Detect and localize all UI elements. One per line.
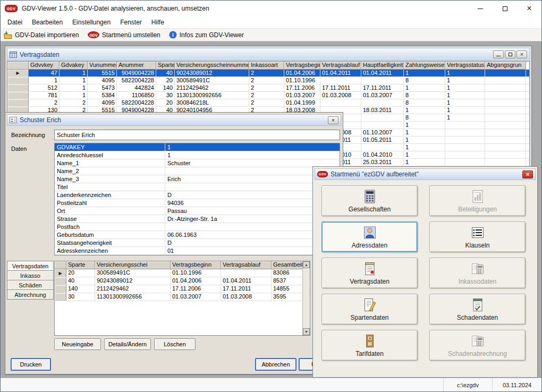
table-row[interactable]: 224095582200422820300846218L201.04.19998… (7, 99, 529, 107)
toolbar-startmen-umstellen[interactable]: GDVStartmenü umstellen (88, 31, 160, 39)
column-header-zahlungsweise[interactable]: Zahlungsweise (404, 62, 445, 70)
scroll-down-icon[interactable]: ▼ (303, 328, 310, 335)
row-selector[interactable] (55, 277, 66, 285)
startmenu-button-vertragsdaten[interactable]: Vertragsdaten (321, 258, 418, 288)
column-header-vertragsbegin[interactable]: Vertragsbegin (284, 62, 320, 70)
table-row[interactable]: 409024308901201.04.200601.04.20118537 (55, 277, 310, 285)
column-header-sparte[interactable]: Sparte (156, 62, 175, 70)
property-row[interactable]: Postleitzahl94036 (55, 199, 340, 207)
child-minimize-button[interactable] (493, 50, 504, 58)
menu-einstellungen[interactable]: Einstellungen (67, 17, 115, 28)
cell: 01.04.2011 (320, 70, 361, 76)
menu-datei[interactable]: Datei (3, 17, 27, 28)
row-selector[interactable]: ▶ (55, 269, 66, 277)
toolbar-infos-zum-gdv-viewer[interactable]: iInfos zum GDV-Viewer (169, 31, 244, 39)
close-button[interactable]: × (517, 1, 541, 16)
tab-inkasso[interactable]: Inkasso (7, 270, 54, 280)
column-header-abgangsgrun[interactable]: Abgangsgrun (485, 62, 526, 70)
minimize-button[interactable] (468, 1, 493, 16)
column-header-gdvakey[interactable]: Gdvakey (60, 62, 88, 70)
property-row[interactable]: StrasseDr.-Atzinger-Str. 1a (55, 215, 340, 223)
row-selector[interactable] (55, 285, 66, 293)
property-row[interactable]: Titel (55, 183, 340, 191)
table-row[interactable]: ▶471551590490042284090243089012201.04.20… (7, 70, 529, 77)
column-header-vertragsablauf[interactable]: Vertragsablauf (221, 261, 272, 269)
tab-abrechnung[interactable]: Abrechnung (7, 289, 54, 300)
startmenu-button-adressdaten[interactable]: Adressdaten (321, 221, 418, 252)
cell (445, 151, 485, 158)
tab-sch-den[interactable]: Schäden (7, 280, 54, 290)
menu-fenster[interactable]: Fenster (115, 17, 147, 28)
statusbar-main-panel (1, 378, 444, 391)
property-row[interactable]: Geburtsdatum06.06.1963 (55, 231, 340, 239)
column-header-anummer[interactable]: Anummer (117, 62, 156, 70)
column-header-vertragsablauf[interactable]: Vertragsablauf (320, 62, 361, 70)
column-header-versicherungsschei[interactable]: Versicherungsschei (95, 261, 171, 269)
cell: 8 (404, 99, 445, 106)
person-card-icon (10, 116, 17, 124)
table-row[interactable]: 140211242946217.11.200617.11.201114855 (55, 285, 310, 293)
property-row[interactable]: GDVAKEY1 (55, 143, 340, 151)
row-selector[interactable]: ▶ (7, 70, 29, 76)
child-close-button[interactable]: × (328, 116, 338, 124)
child-restore-button[interactable] (505, 50, 515, 58)
drucken-button[interactable]: Drucken (11, 358, 51, 371)
table-row[interactable]: 301130130099265601.03.200701.03.20083595 (55, 293, 310, 301)
adressdaten-detail-window: Schuster Erich × Bezeichnung Schuster Er… (5, 112, 343, 374)
details-aendern-button[interactable]: Details/Ändern (104, 338, 151, 350)
neueingabe-button[interactable]: Neueingabe (54, 338, 101, 350)
table-row[interactable]: 7811538411068503011301300992656201.03.20… (7, 92, 529, 99)
table-row[interactable]: 114095582200422820300589491C201.10.19968… (7, 77, 529, 84)
property-row[interactable]: Anredeschluessel1 (55, 151, 340, 159)
row-selector[interactable] (7, 77, 29, 84)
vertragsdaten-titlebar[interactable]: Vertragsdaten × (7, 48, 530, 61)
column-header-sparte[interactable]: Sparte (66, 261, 95, 269)
abbrechen-button[interactable]: Abbrechen (255, 358, 297, 371)
column-header-gdvvkey[interactable]: Gdvvkey (29, 62, 60, 70)
property-row[interactable]: Name_1Schuster (55, 159, 340, 167)
cell: 1 (445, 70, 485, 76)
startmenu-button-tarifdaten[interactable]: Tarifdaten (321, 330, 418, 361)
property-row[interactable]: LaenderkennzeichenD (55, 191, 340, 199)
table-row[interactable]: ▶20300589491C01.10.199683086 (55, 269, 310, 277)
row-selector[interactable] (55, 293, 66, 301)
row-selector[interactable] (7, 84, 29, 91)
menu-bearbeiten[interactable]: Bearbeiten (27, 17, 67, 28)
row-selector[interactable] (7, 92, 29, 99)
property-row[interactable]: OrtPassau (55, 207, 340, 215)
startmenu-button-klauseln[interactable]: Klauseln (429, 221, 526, 252)
child-close-button[interactable]: × (516, 50, 527, 58)
statusbar: c:\ezgdv 03.11.2024 (1, 378, 541, 391)
loeschen-button[interactable]: Löschen (154, 338, 196, 350)
property-row[interactable]: Name_2 (55, 167, 340, 175)
row-selector[interactable] (7, 99, 29, 106)
startmenu-titlebar[interactable]: GDV Startmenü "ezGDV aufbereitet" × (315, 168, 536, 180)
toolbar-gdv-datei-importieren[interactable]: GDV-Datei importieren (4, 31, 79, 39)
maximize-button[interactable] (493, 1, 517, 16)
svg-text:i: i (172, 32, 174, 38)
column-header-hauptfaelligkeit[interactable]: Hauptfaelligkeit (361, 62, 404, 70)
bezeichnung-input[interactable]: Schuster Erich (54, 130, 340, 140)
property-row[interactable]: StaatsangehoerigkeitD (55, 239, 340, 247)
startmenu-button-gesellschaften[interactable]: Gesellschaften (321, 185, 418, 216)
startmenu-button-spartendaten[interactable]: Spartendaten (321, 294, 418, 325)
property-row[interactable]: Adresskennzeichen01 (55, 247, 340, 255)
menu-hilfe[interactable]: Hilfe (147, 17, 169, 28)
property-name: GDVAKEY (55, 143, 165, 151)
subgrid-scrollbar[interactable]: ▲ ▼ (302, 261, 310, 335)
column-header-vertragsstatus[interactable]: Vertragsstatus (445, 62, 485, 70)
adressdaten-titlebar[interactable]: Schuster Erich × (7, 114, 341, 126)
startmenu-button-schadendaten[interactable]: Schadendaten (429, 294, 526, 325)
column-header-vunummer[interactable]: Vunummer (88, 62, 117, 70)
child-close-button[interactable]: × (522, 171, 533, 178)
tab-vertragsdaten[interactable]: Vertragsdaten (7, 261, 54, 271)
column-header-versicherungsscheinnummer[interactable]: Versicherungsscheinnummer (175, 62, 249, 70)
property-row[interactable]: Name_3Erich (55, 175, 340, 183)
column-header-gesamtbeitra[interactable]: Gesamtbeitra (272, 261, 303, 269)
column-header-inkassoart[interactable]: Inkassoart (249, 62, 284, 70)
property-row[interactable]: Postfach (55, 223, 340, 231)
table-row[interactable]: 512154734428241402112429462217.11.200617… (7, 84, 529, 92)
startmenu-button-beteiligungen: Beteiligungen (429, 185, 526, 216)
scroll-up-icon[interactable]: ▲ (303, 261, 310, 268)
column-header-vertragsbeginn[interactable]: Vertragsbeginn (171, 261, 221, 269)
